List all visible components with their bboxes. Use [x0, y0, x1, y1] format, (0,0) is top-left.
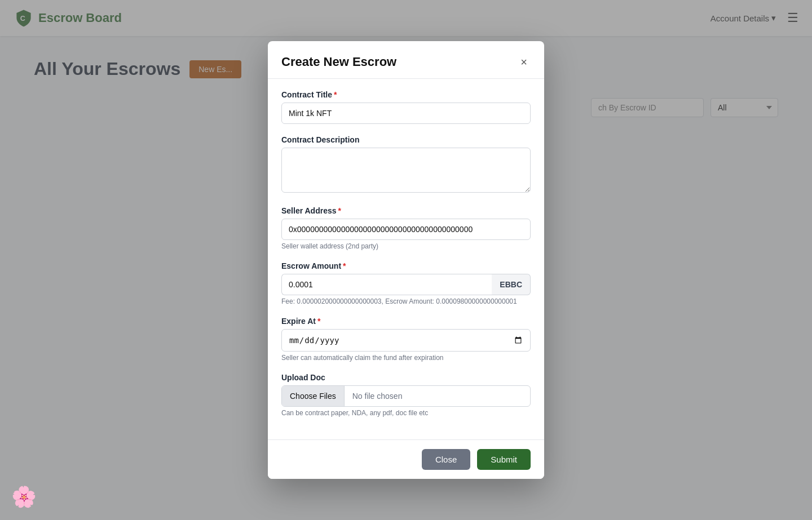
contract-title-input[interactable] [281, 103, 531, 124]
submit-button[interactable]: Submit [477, 449, 531, 470]
contract-description-group: Contract Description [281, 135, 531, 195]
seller-address-input[interactable] [281, 219, 531, 240]
upload-doc-group: Upload Doc Choose Files No file chosen C… [281, 373, 531, 417]
modal-body: Contract Title* Contract Description Sel… [268, 79, 544, 439]
contract-description-label: Contract Description [281, 135, 531, 144]
file-name-display: No file chosen [345, 386, 530, 406]
escrow-amount-row: EBBC [281, 274, 531, 295]
upload-hint: Can be contract paper, NDA, any pdf, doc… [281, 409, 531, 417]
contract-title-group: Contract Title* [281, 90, 531, 124]
required-star: * [334, 90, 337, 99]
modal-footer: Close Submit [268, 439, 544, 479]
choose-files-button[interactable]: Choose Files [282, 386, 345, 406]
file-upload-row: Choose Files No file chosen [281, 385, 531, 407]
modal: Create New Escrow × Contract Title* Cont… [268, 41, 544, 479]
expire-at-label: Expire At* [281, 317, 531, 326]
upload-doc-label: Upload Doc [281, 373, 531, 382]
escrow-amount-input[interactable] [281, 274, 492, 295]
escrow-amount-hint: Fee: 0.000002000000000000003, Escrow Amo… [281, 297, 531, 305]
seller-address-hint: Seller wallet address (2nd party) [281, 242, 531, 250]
modal-close-button[interactable]: × [517, 55, 531, 69]
modal-overlay: Create New Escrow × Contract Title* Cont… [0, 0, 812, 520]
expire-at-hint: Seller can automatically claim the fund … [281, 354, 531, 362]
modal-title: Create New Escrow [281, 55, 396, 69]
seller-address-label: Seller Address* [281, 206, 531, 215]
expire-at-group: Expire At* Seller can automatically clai… [281, 317, 531, 362]
seller-address-group: Seller Address* Seller wallet address (2… [281, 206, 531, 250]
close-button[interactable]: Close [422, 449, 470, 470]
contract-title-label: Contract Title* [281, 90, 531, 99]
expire-at-input[interactable] [281, 329, 531, 352]
escrow-amount-label: Escrow Amount* [281, 261, 531, 270]
escrow-amount-group: Escrow Amount* EBBC Fee: 0.0000020000000… [281, 261, 531, 305]
flower-icon: 🌸 [11, 485, 37, 509]
contract-description-input[interactable] [281, 148, 531, 193]
escrow-currency-badge: EBBC [492, 274, 531, 295]
modal-header: Create New Escrow × [268, 41, 544, 79]
